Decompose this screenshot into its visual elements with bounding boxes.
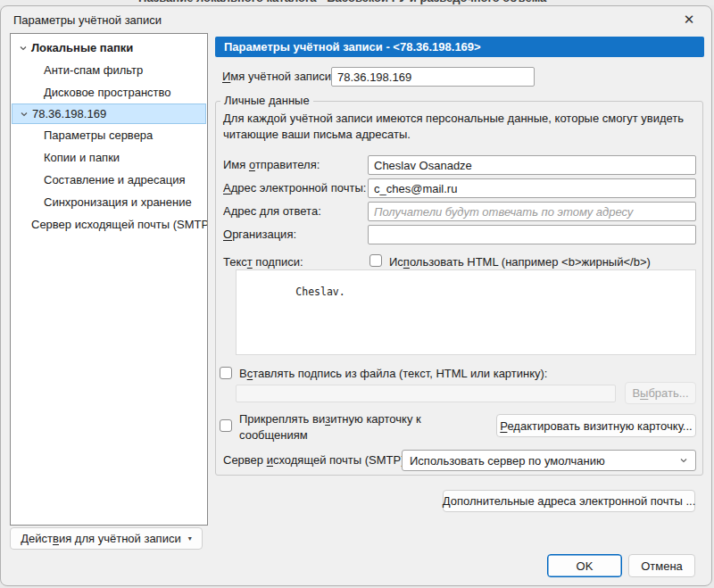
sidebar-item-label: Синхронизация и хранение (44, 195, 192, 209)
email-input[interactable] (368, 178, 696, 198)
reply-to-input[interactable] (368, 202, 696, 221)
organization-input[interactable] (368, 225, 696, 244)
sidebar-item-label: Составление и адресация (44, 173, 186, 186)
sender-name-input[interactable] (368, 155, 696, 175)
sidebar-item-server-settings[interactable]: Параметры сервера (12, 124, 206, 146)
chevron-down-icon[interactable] (18, 110, 30, 119)
dialog-title: Параметры учётной записи (13, 13, 162, 27)
choose-file-button: Выбрать... (625, 382, 696, 404)
account-actions-label: Действия для учётной записи (21, 532, 180, 545)
ok-button[interactable]: OK (547, 554, 622, 577)
smtp-server-selected-option: Использовать сервер по умолчанию (410, 454, 674, 468)
email-label: Адрес электронной почты: (223, 181, 366, 195)
screen: Название локального каталога - Басовской… (0, 0, 714, 588)
cancel-button[interactable]: Отмена (628, 554, 695, 577)
sidebar-item-copies-folders[interactable]: Копии и папки (12, 146, 206, 169)
smtp-server-select[interactable]: Использовать сервер по умолчанию (402, 450, 696, 471)
edit-vcard-button[interactable]: Редактировать визитную карточку... (496, 414, 696, 437)
sidebar-item-label: Дисковое пространство (44, 86, 171, 99)
sidebar-item-label: Сервер исходящей почты (SMTP) (31, 218, 208, 231)
use-html-label: Использовать HTML (например <b>жирный</b… (389, 255, 651, 269)
background-window-title: Название локального каталога - Басовской… (138, 0, 546, 4)
sidebar-item-account-78-36-198-169[interactable]: 78.36.198.169 (12, 104, 206, 124)
sidebar-item-sync-storage[interactable]: Синхронизация и хранение (12, 191, 206, 213)
additional-addresses-button[interactable]: Дополнительные адреса электронной почты … (443, 490, 695, 512)
sidebar-item-label: Параметры сервера (44, 128, 153, 142)
signature-label: Текст подписи: (223, 255, 303, 269)
reply-to-label: Адрес для ответа: (223, 204, 321, 218)
sidebar-item-local-folders[interactable]: Локальные папки (12, 37, 206, 59)
dialog-titlebar: Параметры учётной записи ✕ (1, 6, 711, 33)
chevron-down-icon (679, 456, 688, 465)
account-settings-dialog: Параметры учётной записи ✕ Локальные пап… (0, 5, 712, 586)
sidebar-item-smtp-server[interactable]: Сервер исходящей почты (SMTP) (12, 213, 206, 236)
personal-data-group: Личные данные Для каждой учётной записи … (215, 101, 703, 476)
organization-label: Организация: (223, 228, 296, 241)
sidebar-item-disk-space[interactable]: Дисковое пространство (12, 81, 206, 104)
attach-vcard-label: Прикреплять визитную карточку к сообщени… (239, 411, 489, 443)
chevron-down-icon[interactable] (17, 44, 29, 53)
sidebar-item-label: Локальные папки (31, 41, 133, 54)
page-title: Параметры учётной записи - <78.36.198.16… (215, 37, 704, 57)
smtp-server-label: Сервер исходящей почты (SMTP) (223, 453, 404, 467)
signature-file-path-input (236, 385, 616, 402)
sidebar-item-composition-addressing[interactable]: Составление и адресация (12, 169, 206, 191)
personal-data-description: Для каждой учётной записи имеются персон… (223, 111, 694, 142)
personal-data-legend: Личные данные (220, 94, 313, 107)
signature-textarea[interactable]: Cheslav. (236, 269, 696, 355)
sidebar-item-label: Копии и папки (44, 151, 120, 164)
close-icon[interactable]: ✕ (674, 9, 704, 30)
attach-vcard-checkbox[interactable] (220, 419, 232, 432)
account-name-input[interactable] (331, 67, 535, 87)
account-actions-button[interactable]: Действия для учётной записи ▾ (10, 527, 203, 550)
account-name-label: Имя учётной записи: (222, 70, 335, 83)
sender-name-label: Имя отправителя: (223, 158, 320, 171)
dropdown-arrow-icon: ▾ (188, 534, 192, 542)
accounts-tree: Локальные папки Анти-спам фильтр Дисково… (10, 33, 208, 526)
sidebar-item-label: 78.36.198.169 (32, 107, 106, 120)
sidebar-item-label: Анти-спам фильтр (44, 63, 143, 77)
use-html-checkbox[interactable] (369, 254, 382, 267)
sidebar-item-junk-filter[interactable]: Анти-спам фильтр (12, 59, 206, 81)
signature-from-file-label: Вставлять подпись из файла (текст, HTML … (239, 367, 547, 380)
signature-from-file-checkbox[interactable] (220, 367, 232, 379)
